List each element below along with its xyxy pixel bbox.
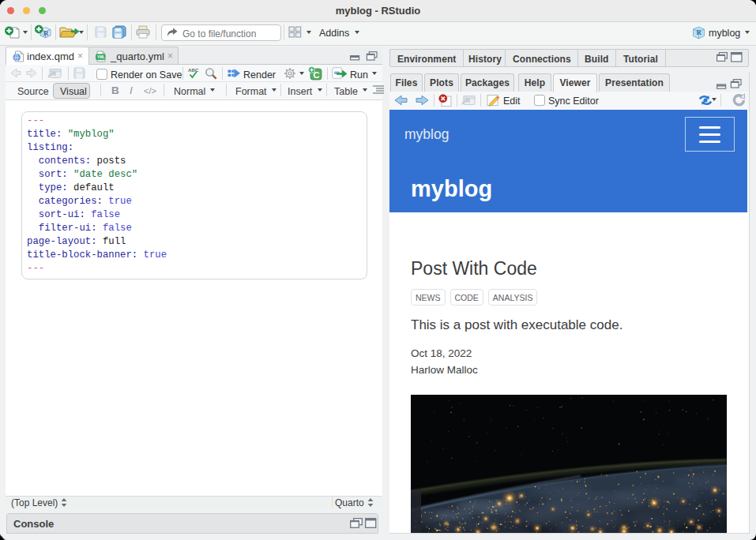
svg-text:R: R <box>697 28 702 36</box>
svg-text:YML: YML <box>97 55 105 59</box>
svg-text:ABC: ABC <box>188 67 199 73</box>
svg-text:R: R <box>43 29 49 37</box>
